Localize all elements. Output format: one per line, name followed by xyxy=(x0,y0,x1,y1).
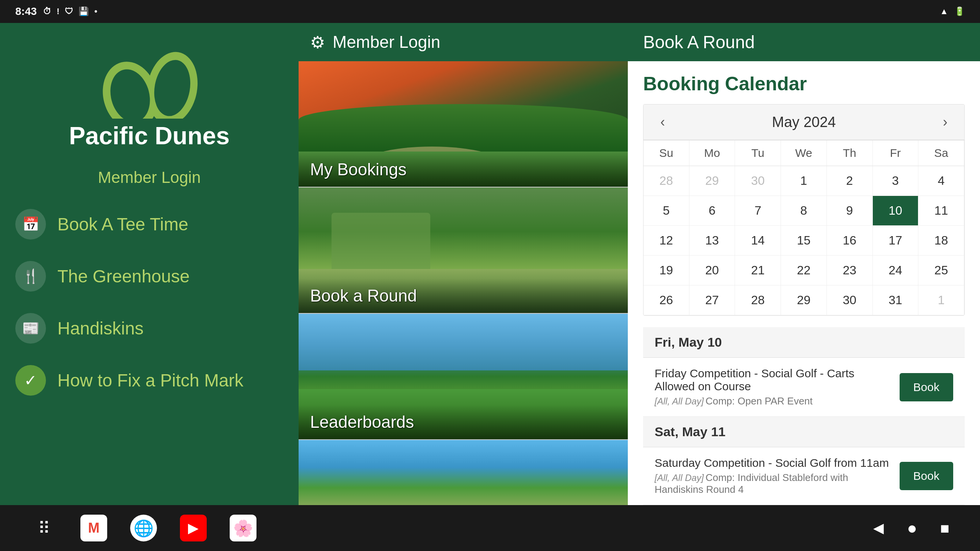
news-icon: 📰 xyxy=(15,313,46,344)
bottom-nav-system: ◀ ● ■ xyxy=(873,518,949,538)
calendar-header: ‹ May 2024 › xyxy=(644,104,964,140)
recents-button[interactable]: ■ xyxy=(940,520,949,537)
sidebar-item-book-tee[interactable]: 📅 Book A Tee Time xyxy=(0,198,299,250)
cal-cell[interactable]: 26 xyxy=(644,285,689,315)
cal-cell[interactable]: 21 xyxy=(735,256,781,285)
settings-icon[interactable]: ⚙ xyxy=(310,33,325,52)
menu-card-leaderboards[interactable]: Leaderboards xyxy=(299,314,628,440)
cal-cell[interactable]: 28 xyxy=(644,166,689,196)
cal-cell[interactable]: 24 xyxy=(873,256,919,285)
cal-cell-selected[interactable]: 10 xyxy=(873,196,919,226)
cal-cell[interactable]: 27 xyxy=(689,285,735,315)
chrome-icon[interactable]: 🌐 xyxy=(130,515,157,541)
cal-cell[interactable]: 12 xyxy=(644,226,689,256)
cal-cell[interactable]: 9 xyxy=(827,196,873,226)
app-drawer-button[interactable]: ⠿ xyxy=(31,515,57,541)
center-header: ⚙ Member Login xyxy=(299,23,628,61)
wifi-icon: ▲ xyxy=(940,7,948,16)
status-left: 8:43 ⏱ ! 🛡 💾 • xyxy=(15,5,97,18)
center-panel: ⚙ Member Login My Bookings Book a Round xyxy=(299,23,628,505)
cal-cell[interactable]: 20 xyxy=(689,256,735,285)
cal-header-su: Su xyxy=(644,140,689,166)
menu-items: My Bookings Book a Round Leaderboards xyxy=(299,61,628,505)
cal-cell[interactable]: 8 xyxy=(781,196,827,226)
right-header: Book A Round xyxy=(628,23,980,61)
sd-icon: 💾 xyxy=(78,7,89,16)
home-button[interactable]: ● xyxy=(907,518,917,538)
cal-cell[interactable]: 5 xyxy=(644,196,689,226)
cal-cell[interactable]: 7 xyxy=(735,196,781,226)
book-button-sat[interactable]: Book xyxy=(900,462,953,490)
menu-card-book-round[interactable]: Book a Round xyxy=(299,187,628,314)
event-row-sat: Saturday Competition - Social Golf from … xyxy=(643,447,965,505)
menu-card-extra[interactable] xyxy=(299,440,628,505)
cal-cell[interactable]: 17 xyxy=(873,226,919,256)
booking-section: Booking Calendar ‹ May 2024 › Su Mo Tu W… xyxy=(628,61,980,505)
cal-header-we: We xyxy=(781,140,827,166)
right-header-title: Book A Round xyxy=(643,32,755,52)
status-time: 8:43 xyxy=(15,5,37,18)
grid-icon: ⠿ xyxy=(38,518,50,538)
fork-icon: 🍴 xyxy=(15,261,46,292)
menu-card-label-leaderboards: Leaderboards xyxy=(299,405,628,439)
cal-cell[interactable]: 11 xyxy=(918,196,964,226)
cal-cell[interactable]: 14 xyxy=(735,226,781,256)
cal-header-fr: Fr xyxy=(873,140,919,166)
sidebar-item-greenhouse[interactable]: 🍴 The Greenhouse xyxy=(0,250,299,302)
member-login-link[interactable]: Member Login xyxy=(98,168,201,187)
chrome-logo: 🌐 xyxy=(134,519,154,538)
cal-cell[interactable]: 31 xyxy=(873,285,919,315)
center-header-title: Member Login xyxy=(333,33,440,52)
cal-cell[interactable]: 23 xyxy=(827,256,873,285)
event-info-fri: Friday Competition - Social Golf - Carts… xyxy=(655,367,892,407)
calendar-icon: 📅 xyxy=(15,209,46,240)
cal-cell[interactable]: 13 xyxy=(689,226,735,256)
cal-cell[interactable]: 18 xyxy=(918,226,964,256)
calendar-prev-button[interactable]: ‹ xyxy=(651,111,674,134)
check-icon: ✓ xyxy=(15,365,46,396)
menu-card-my-bookings[interactable]: My Bookings xyxy=(299,61,628,187)
event-tag-sat: [All, All Day] xyxy=(655,473,704,483)
event-info-sat: Saturday Competition - Social Golf from … xyxy=(655,456,892,496)
event-sub-fri: Comp: Open PAR Event xyxy=(706,395,813,407)
event-tag-fri: [All, All Day] xyxy=(655,396,704,406)
cal-cell[interactable]: 22 xyxy=(781,256,827,285)
sidebar-label-greenhouse: The Greenhouse xyxy=(57,266,189,287)
back-button[interactable]: ◀ xyxy=(873,520,884,536)
cal-cell[interactable]: 16 xyxy=(827,226,873,256)
cal-header-th: Th xyxy=(827,140,873,166)
sidebar-item-handiskins[interactable]: 📰 Handiskins xyxy=(0,302,299,354)
calendar-next-button[interactable]: › xyxy=(934,111,957,134)
photos-icon[interactable]: 🌸 xyxy=(230,515,256,541)
cal-cell[interactable]: 2 xyxy=(827,166,873,196)
cal-cell[interactable]: 3 xyxy=(873,166,919,196)
youtube-icon[interactable]: ▶ xyxy=(180,515,207,541)
cal-header-sa: Sa xyxy=(918,140,964,166)
photos-logo: 🌸 xyxy=(233,519,253,538)
book-button-fri[interactable]: Book xyxy=(900,373,953,401)
event-row-fri: Friday Competition - Social Golf - Carts… xyxy=(643,358,965,417)
cal-cell[interactable]: 6 xyxy=(689,196,735,226)
cal-cell[interactable]: 15 xyxy=(781,226,827,256)
cal-cell[interactable]: 30 xyxy=(735,166,781,196)
cal-cell[interactable]: 28 xyxy=(735,285,781,315)
cal-cell[interactable]: 1 xyxy=(918,285,964,315)
menu-card-label-book-round: Book a Round xyxy=(299,279,628,313)
cal-cell[interactable]: 29 xyxy=(781,285,827,315)
booking-calendar-title: Booking Calendar xyxy=(643,73,965,95)
status-icons: ⏱ ! 🛡 💾 • xyxy=(43,7,97,16)
battery-icon: 🔋 xyxy=(954,7,965,16)
menu-card-label-my-bookings: My Bookings xyxy=(299,152,628,187)
sidebar-label-book-tee: Book A Tee Time xyxy=(57,214,188,235)
cal-cell[interactable]: 1 xyxy=(781,166,827,196)
cal-cell[interactable]: 19 xyxy=(644,256,689,285)
gmail-icon[interactable]: M xyxy=(80,515,107,541)
logo-container: Pacific Dunes xyxy=(69,34,230,149)
cal-header-mo: Mo xyxy=(689,140,735,166)
cal-cell[interactable]: 4 xyxy=(918,166,964,196)
cal-cell[interactable]: 29 xyxy=(689,166,735,196)
timer-icon: ⏱ xyxy=(43,7,51,16)
sidebar-item-pitch-mark[interactable]: ✓ How to Fix a Pitch Mark xyxy=(0,354,299,406)
cal-cell[interactable]: 30 xyxy=(827,285,873,315)
cal-cell[interactable]: 25 xyxy=(918,256,964,285)
